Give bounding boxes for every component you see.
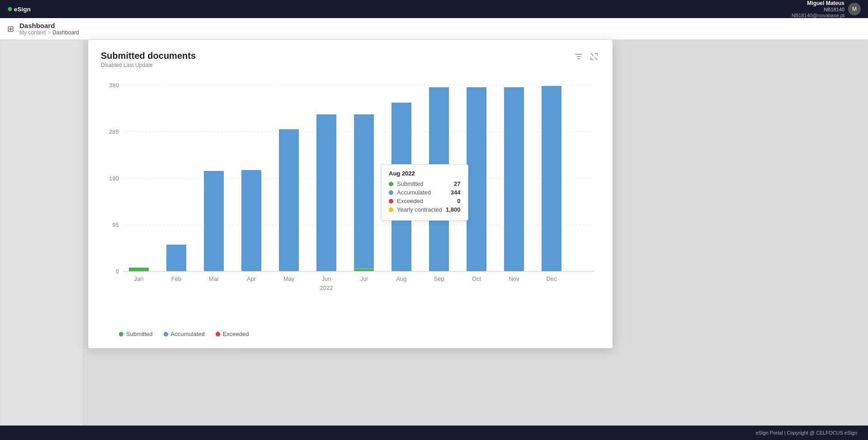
svg-text:Oct: Oct <box>472 275 481 282</box>
chart-container: 380 285 190 95 0 Jan Feb <box>101 74 600 327</box>
legend-dot-exceeded <box>216 332 220 336</box>
svg-text:Nov: Nov <box>509 275 519 282</box>
tooltip-value-yearly: 1,800 <box>446 206 461 213</box>
page-title: Dashboard <box>19 22 79 29</box>
svg-text:380: 380 <box>109 82 119 89</box>
svg-point-1 <box>8 7 12 11</box>
logo: eSign <box>7 4 34 14</box>
breadcrumb-current: Dashboard <box>52 29 79 36</box>
grid-icon[interactable]: ⊞ <box>7 24 14 34</box>
user-code: NB18140 <box>824 7 844 12</box>
tooltip-dot-accumulated <box>389 190 393 195</box>
legend-accumulated: Accumulated <box>164 331 205 337</box>
tooltip-row-accumulated: Accumulated 344 <box>389 189 461 196</box>
avatar[interactable]: M <box>848 3 861 15</box>
modal-subtitle: Disabled Last Update <box>101 62 196 68</box>
legend-label-exceeded: Exceeded <box>223 331 249 337</box>
svg-text:May: May <box>283 275 295 282</box>
svg-rect-22 <box>241 170 261 271</box>
svg-rect-31 <box>354 114 374 269</box>
legend-label-accumulated: Accumulated <box>171 331 205 337</box>
svg-text:Aug: Aug <box>396 275 406 282</box>
tooltip-row-submitted: Submitted 27 <box>389 180 461 187</box>
svg-rect-12 <box>129 268 149 272</box>
svg-text:Mar: Mar <box>209 275 219 282</box>
modal-actions <box>573 51 600 62</box>
svg-text:Jan: Jan <box>134 275 144 282</box>
svg-text:Dec: Dec <box>546 275 557 282</box>
tooltip-dot-yearly <box>389 208 393 212</box>
tooltip-row-yearly: Yearly contracted 1,800 <box>389 206 461 213</box>
svg-text:Jun: Jun <box>322 275 331 282</box>
svg-text:285: 285 <box>109 128 119 135</box>
svg-text:190: 190 <box>109 175 119 182</box>
tooltip-label-submitted: Submitted <box>397 180 424 187</box>
topbar: eSign Miguel Mateus NB18140 NB18140@nova… <box>0 0 868 18</box>
legend-submitted: Submitted <box>119 331 153 337</box>
user-email: NB18140@novabase.pt <box>792 13 844 18</box>
tooltip-value-exceeded: 0 <box>457 198 460 204</box>
svg-rect-40 <box>467 87 486 271</box>
tooltip-label-accumulated: Accumulated <box>397 189 431 196</box>
breadcrumb-parent[interactable]: My context <box>19 29 46 36</box>
svg-rect-28 <box>316 114 336 271</box>
legend-exceeded: Exceeded <box>216 331 249 337</box>
user-info: Miguel Mateus NB18140 NB18140@novabase.p… <box>792 0 861 18</box>
user-name: Miguel Mateus <box>792 0 844 6</box>
legend-dot-submitted <box>119 332 123 336</box>
subbar: ⊞ Dashboard My context > Dashboard <box>0 18 868 40</box>
tooltip-label-yearly: Yearly contracted <box>397 206 442 213</box>
tooltip-dot-submitted <box>389 182 393 186</box>
svg-text:Feb: Feb <box>171 275 181 282</box>
tooltip-value-accumulated: 344 <box>451 189 461 196</box>
svg-rect-16 <box>166 245 186 271</box>
tooltip-title: Aug 2022 <box>389 170 461 177</box>
footer: eSign Portal | Copyright @ CELFOCUS eSig… <box>0 426 868 440</box>
chart-svg: 380 285 190 95 0 Jan Feb <box>101 74 600 309</box>
svg-rect-19 <box>204 171 224 271</box>
tooltip-dot-exceeded <box>389 199 393 203</box>
svg-text:eSign: eSign <box>14 6 31 13</box>
expand-button[interactable] <box>588 51 600 62</box>
footer-text: eSign Portal | Copyright @ CELFOCUS eSig… <box>756 430 857 435</box>
svg-text:95: 95 <box>113 222 119 228</box>
legend-dot-accumulated <box>164 332 168 336</box>
tooltip-row-exceeded: Exceeded 0 <box>389 198 461 204</box>
svg-rect-43 <box>504 87 524 271</box>
chart-legend: Submitted Accumulated Exceeded <box>101 331 600 337</box>
chart-tooltip: Aug 2022 Submitted 27 Accumulated 344 Ex… <box>381 164 468 221</box>
tooltip-label-exceeded: Exceeded <box>397 198 423 204</box>
svg-text:0: 0 <box>116 268 119 275</box>
filter-button[interactable] <box>573 51 585 62</box>
modal-title-area: Submitted documents Disabled Last Update <box>101 51 196 68</box>
submitted-documents-modal: Submitted documents Disabled Last Update… <box>88 40 613 348</box>
modal-title: Submitted documents <box>101 51 196 61</box>
legend-label-submitted: Submitted <box>126 331 153 337</box>
svg-text:Sep: Sep <box>434 275 444 282</box>
svg-text:Apr: Apr <box>247 275 256 282</box>
breadcrumb: My context > Dashboard <box>19 29 79 36</box>
tooltip-value-submitted: 27 <box>454 180 460 187</box>
svg-text:Jul: Jul <box>360 275 368 282</box>
svg-text:2022: 2022 <box>320 284 333 291</box>
svg-rect-25 <box>279 129 299 271</box>
modal-header: Submitted documents Disabled Last Update <box>101 51 600 68</box>
svg-rect-46 <box>542 86 561 271</box>
svg-rect-30 <box>354 269 374 272</box>
breadcrumb-separator: > <box>47 29 51 36</box>
